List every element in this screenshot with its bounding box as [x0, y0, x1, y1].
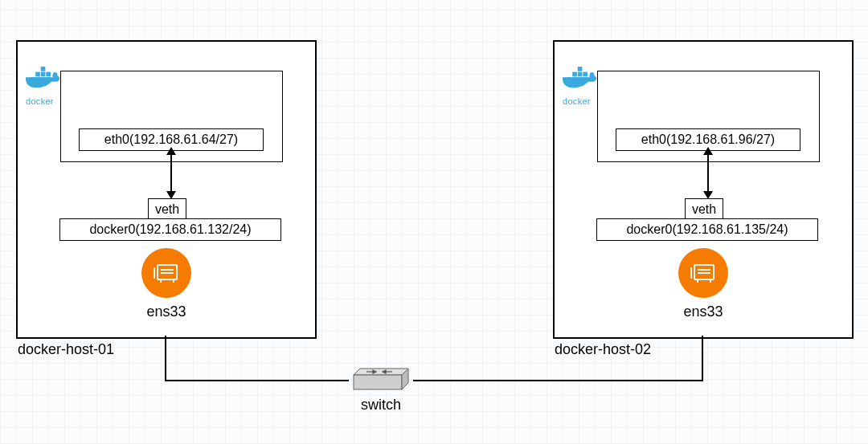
- docker-logo-text: docker: [26, 96, 62, 106]
- host-label: docker-host-01: [18, 341, 114, 358]
- arrow-line: [707, 152, 709, 196]
- diagram-canvas: { "hosts": [ { "name": "docker-host-01",…: [0, 0, 868, 444]
- svg-marker-28: [354, 369, 408, 375]
- docker-logo-icon: docker: [563, 66, 599, 106]
- docker-logo-text: docker: [563, 96, 599, 106]
- svg-rect-20: [583, 72, 588, 77]
- svg-rect-29: [354, 375, 402, 389]
- veth-box: veth: [685, 198, 723, 221]
- wire: [413, 380, 703, 381]
- nic-label: ens33: [141, 303, 191, 320]
- switch-icon: [349, 367, 413, 394]
- docker0-box: docker0(192.168.61.135/24): [596, 218, 818, 241]
- docker0-box: docker0(192.168.61.132/24): [59, 218, 281, 241]
- svg-rect-4: [35, 72, 40, 77]
- nic-label: ens33: [678, 303, 728, 320]
- host-box-02: docker eth0(192.168.61.96/27) veth docke…: [553, 40, 854, 339]
- nic-icon: [678, 248, 728, 298]
- svg-rect-18: [572, 72, 577, 77]
- arrow-line: [170, 152, 172, 196]
- host-box-01: docker eth0(192.168.61.64/27) veth docke…: [16, 40, 317, 339]
- svg-rect-6: [46, 72, 51, 77]
- wire: [702, 336, 703, 380]
- svg-rect-5: [41, 72, 46, 77]
- wire: [165, 380, 349, 381]
- switch-label: switch: [349, 397, 413, 413]
- svg-rect-7: [41, 67, 46, 71]
- svg-rect-19: [578, 72, 583, 77]
- docker-logo-icon: docker: [26, 66, 62, 106]
- veth-box: veth: [148, 198, 186, 221]
- nic-icon: [141, 248, 191, 298]
- host-label: docker-host-02: [555, 341, 651, 358]
- wire: [165, 336, 166, 380]
- svg-rect-21: [578, 67, 583, 71]
